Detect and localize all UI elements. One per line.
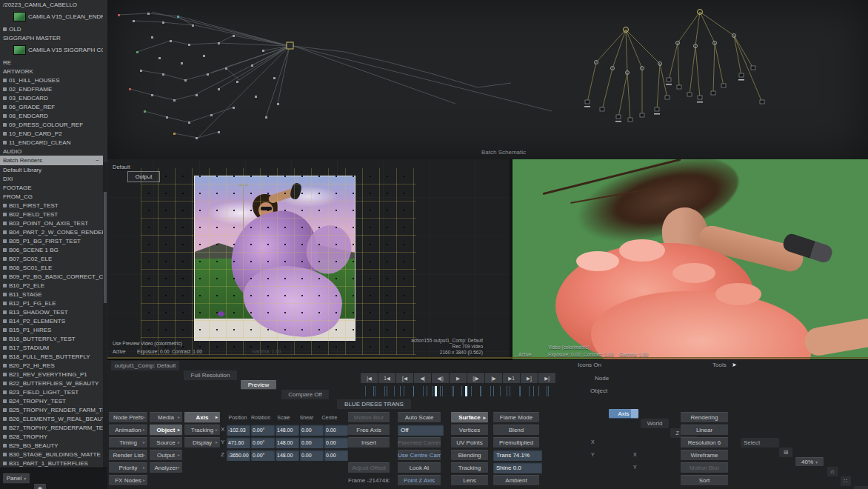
globe-icon[interactable]: ⊕ (854, 486, 868, 489)
sidebar-item[interactable]: 11_ENDCARD_CLEAN (0, 138, 103, 147)
timeline-marker[interactable] (435, 386, 437, 396)
value-field[interactable]: 0.00 (324, 425, 348, 436)
sidebar-item[interactable]: 06_GRADE_REF (0, 102, 103, 111)
sidebar-item[interactable]: B12_P1_FG_ELE (0, 299, 103, 307)
panel-button[interactable]: Free Axis (348, 425, 390, 436)
sidebar-item[interactable]: B14_P2_ELEMENTS (0, 316, 103, 325)
sidebar-item[interactable]: B11_STAGE (0, 290, 103, 299)
panel-button[interactable]: Trans 74.1% (493, 450, 542, 461)
timeline-bar[interactable] (361, 386, 555, 396)
value-field[interactable]: -3650.00 (227, 450, 250, 461)
value-field[interactable]: 0.00 (300, 450, 324, 461)
preview-button[interactable]: Preview (241, 380, 276, 390)
sidebar-item[interactable]: B09_P2_BG_BASIC_CORRECT_CAM_TRA (0, 272, 103, 281)
transport-button[interactable]: ▶] (521, 373, 538, 384)
panel-nav-button[interactable]: Object (150, 425, 182, 436)
sidebar-item[interactable]: B29_BG_BEAUTY (0, 441, 103, 450)
sidebar-item[interactable]: B21_REV_EVERYTHING_P1 (0, 370, 103, 379)
resolution-button[interactable]: Full Resolution (184, 370, 237, 380)
panel-nav-button[interactable]: Display (184, 437, 220, 448)
sidebar-item[interactable]: B02_FIELD_TEST (0, 210, 103, 219)
sidebar-item[interactable]: B15_P1_HIRES (0, 325, 103, 334)
panel-nav-button[interactable]: Timing (109, 437, 147, 448)
value-field[interactable]: 148.00 (276, 425, 299, 436)
transport-button[interactable]: [◀ (396, 373, 413, 384)
sidebar-item[interactable]: Default Library (0, 165, 103, 174)
sidebar-item[interactable]: 08_ENDCARD (0, 111, 103, 120)
batch-schematic-panel[interactable]: Batch Schematic (107, 0, 868, 160)
sidebar-item[interactable]: B31_PART_1_BUTTERFLIES (0, 459, 103, 468)
sidebar-item[interactable]: FOOTAGE (0, 183, 103, 192)
sidebar-item[interactable]: 09_DRESS_COLOUR_REF (0, 120, 103, 129)
panel-nav-button[interactable]: Render List (109, 450, 147, 461)
panel-nav-button[interactable]: Animation (109, 425, 147, 436)
sidebar-item[interactable]: B17_STADIUM (0, 343, 103, 352)
transport-button[interactable]: ▶1 (503, 373, 520, 384)
sidebar-item[interactable]: DXI (0, 174, 103, 183)
zoom-level-field[interactable]: 40% (795, 457, 824, 467)
sidebar-item[interactable]: B28_TROPHY (0, 432, 103, 441)
value-field[interactable]: 0.00° (251, 437, 275, 448)
axis-mode-button[interactable]: Axis (609, 409, 638, 419)
output-view-button[interactable]: Output (127, 171, 160, 182)
panel-button[interactable]: Wireframe (681, 450, 728, 461)
view-selector-button[interactable]: output1_Comp: Default (111, 361, 179, 370)
transport-button[interactable]: |▶ (485, 373, 502, 384)
world-mode-button[interactable]: World (641, 419, 669, 428)
panel-button[interactable]: Look At (398, 462, 441, 473)
sidebar-item[interactable]: B25_TROPHY_RENDER_FARM_TEST (0, 405, 103, 414)
panel-button[interactable]: Shine 0.0 (493, 462, 542, 473)
panel-button[interactable]: Sort (681, 475, 728, 486)
panel-button[interactable]: Parented Camera (398, 437, 441, 448)
panel-nav-button[interactable]: Analyzer (150, 462, 182, 473)
value-field[interactable]: 0.00° (251, 425, 275, 436)
panel-button[interactable]: Ambient (493, 475, 539, 486)
gear-icon[interactable]: ◉ (34, 484, 46, 489)
panel-button[interactable]: Off (398, 425, 444, 436)
sidebar-item[interactable]: /20223_CAMILA_CABELLO (0, 0, 103, 9)
sidebar-item[interactable]: CAMILA V15 SIGGRAPH COPY (0, 42, 103, 58)
home-icon[interactable]: ⌂ (827, 467, 838, 476)
panel-button[interactable]: Adjust Offset (348, 462, 390, 473)
panel-button[interactable]: Point Z Axis (398, 475, 441, 486)
sidebar-item[interactable]: B04_PART_2_W_CONES_RENDER (0, 227, 103, 236)
sidebar-item[interactable]: ARTWORK (0, 67, 103, 76)
value-field[interactable]: -102.03 (227, 425, 250, 436)
panel-button[interactable]: Motion Blur (681, 462, 728, 473)
panel-nav-button[interactable]: Source (150, 437, 182, 448)
panel-button[interactable]: Resolution 6 (681, 437, 728, 448)
panel-nav-button[interactable]: Priority (109, 462, 147, 473)
panel-nav-button[interactable]: Media (150, 412, 182, 423)
result-viewport[interactable]: Default Output Use Preview Video (colori… (107, 159, 510, 359)
sidebar-item[interactable]: B03_POINT_ON_AXIS_TEST (0, 219, 103, 227)
select-tool-button[interactable]: Select (741, 438, 779, 448)
sidebar-item[interactable]: SIGGRAPH MASTER (0, 33, 103, 42)
sidebar-item[interactable]: B23_FIELD_LIGHT_TEST (0, 387, 103, 396)
value-field[interactable]: 471.60 (227, 437, 250, 448)
source-viewport[interactable]: Video (colorimetric) Active Exposure: 0.… (513, 159, 868, 359)
sidebar-item[interactable]: B30_STAGE_BUILDINGS_MATTE (0, 450, 103, 459)
transport-button[interactable]: ▶ (450, 373, 467, 384)
pan-icon[interactable]: ∷ (841, 476, 851, 486)
sidebar-item[interactable]: B27_TROPHY_RENDERFARM_TEST (0, 423, 103, 432)
transport-button[interactable]: ▶| (538, 373, 555, 384)
scrollbar-thumb[interactable] (104, 192, 107, 303)
sidebar-item[interactable]: B20_P2_HI_RES (0, 361, 103, 370)
value-field[interactable]: 0.00 (324, 437, 348, 448)
value-field[interactable]: 0.00 (300, 437, 324, 448)
panel-nav-button[interactable]: FX Nodes (109, 475, 147, 486)
sidebar-item[interactable]: 02_ENDFRAME (0, 84, 103, 93)
panel-button[interactable]: Motion Blur (348, 412, 390, 423)
sidebar-item[interactable]: AUDIO (0, 147, 103, 156)
compare-button[interactable]: Compare Off (281, 390, 329, 399)
value-field[interactable]: 0.00 (324, 450, 348, 461)
transport-button[interactable]: 1◀ (378, 373, 395, 384)
sidebar-item[interactable]: B07_SC02_ELE (0, 254, 103, 263)
sidebar-item[interactable]: RE (0, 58, 103, 67)
panel-button[interactable]: Flame Mode (493, 412, 539, 423)
sidebar-item[interactable]: B16_BUTTERFLY_TEST (0, 334, 103, 343)
sidebar-item[interactable]: B13_SHADOW_TEST (0, 307, 103, 316)
panel-button[interactable]: Linear (681, 425, 728, 436)
panel-nav-button[interactable]: Tracking (184, 425, 220, 436)
sidebar-item[interactable]: Batch Renders (0, 156, 103, 165)
